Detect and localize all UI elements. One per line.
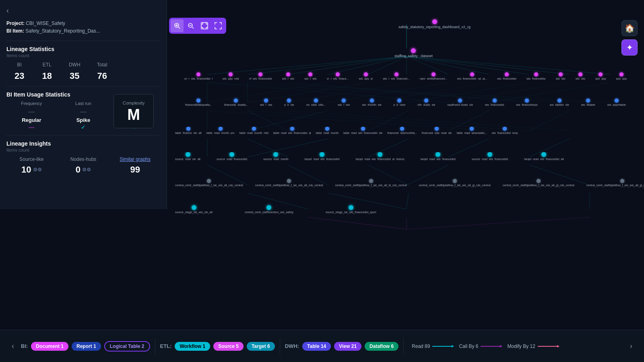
- top-node[interactable]: safety_statutory_reporting_dashboard_v2_…: [398, 19, 471, 29]
- zoom-in-button[interactable]: [171, 19, 184, 32]
- complexity-value: M: [127, 107, 140, 122]
- row3-node-12[interactable]: wis_financebtw: [526, 72, 545, 80]
- row4-node-11[interactable]: wis_financedist: [485, 99, 504, 106]
- row8-node-1[interactable]: source_stage_sle_wis_sle_alt: [175, 205, 213, 214]
- row6-node-3[interactable]: source_read_month: [263, 152, 288, 160]
- row5-node-3[interactable]: table_read_month_mtd: [239, 127, 268, 134]
- row3-node-15[interactable]: gce_ppy: [595, 72, 606, 80]
- badge-table14[interactable]: Table 14: [302, 342, 331, 351]
- second-node[interactable]: staffing_safety : dataset: [394, 48, 433, 58]
- row6-node-6[interactable]: target_read_wis_financedist: [421, 152, 456, 160]
- stat-total: 76: [89, 71, 116, 81]
- row4-node-3[interactable]: wis_r_wis: [260, 99, 272, 106]
- badge-logical-table[interactable]: Logical Table 2: [104, 341, 150, 352]
- row5-node-4[interactable]: table_read_wis_financedist_gl: [273, 127, 311, 134]
- row6-node-5[interactable]: target_read_wis_financedist_al_history: [356, 152, 405, 160]
- similar-graphs-link[interactable]: Similar graphs: [110, 156, 160, 162]
- nav-right-button[interactable]: ›: [626, 341, 636, 351]
- zoom-out-button[interactable]: [184, 19, 197, 32]
- row5-node-1[interactable]: table_finance_sle_alt: [175, 127, 202, 134]
- row4-node-10[interactable]: rygdfnancl duals_sle: [447, 99, 473, 106]
- home-button[interactable]: 🏠: [621, 20, 638, 36]
- svg-rect-7: [201, 23, 208, 29]
- row5-node-2[interactable]: table_read_month_prv: [206, 127, 235, 134]
- row5-node-9[interactable]: table_read_yearstable...: [457, 127, 487, 134]
- row3-node-9[interactable]: ngnr_wintlyfinanced...: [420, 72, 447, 80]
- row7-node-6[interactable]: central_centr_staffdplatflow_f_sle_wis_a…: [586, 179, 644, 187]
- row8-node-3[interactable]: source_stage_sle_wis_financedist_sport: [326, 205, 376, 214]
- back-button[interactable]: ‹: [6, 6, 160, 15]
- svg-line-17: [207, 56, 407, 74]
- badge-dataflow6[interactable]: Dataflow 6: [365, 342, 398, 351]
- row5-node-8[interactable]: financedi_rptp_read_sle: [422, 127, 452, 134]
- row4-node-5[interactable]: vis_slaw_utils...: [306, 99, 326, 106]
- row8-node-2[interactable]: central_centr_staffsxecllion_wis_safety: [245, 205, 293, 214]
- badge-document1[interactable]: Document 1: [31, 342, 68, 351]
- insights-similar-graphs[interactable]: Similar graphs 99: [110, 156, 160, 175]
- row6-node-4[interactable]: target_read_wis_financedist: [305, 152, 340, 160]
- row3-node-10[interactable]: wis_financedist_rgl_gl...: [457, 72, 487, 80]
- row5-node-5[interactable]: table_read_month: [316, 127, 339, 134]
- row7-node-3[interactable]: central_centr_staffdplatflow_f_sle_wis_a…: [335, 179, 407, 187]
- row7-node-5[interactable]: central_centr_staffdplatflow_f_sle_wis_a…: [503, 179, 574, 187]
- row4-node-15[interactable]: wis_ppymtable: [607, 99, 626, 106]
- row3-node-7[interactable]: wis_ppy_yt: [359, 72, 373, 80]
- nav-left-button[interactable]: ‹: [8, 341, 18, 351]
- row7-node-2[interactable]: central_centr_staffdplatflow_f_sle_wis_a…: [255, 179, 323, 187]
- row5-node-10[interactable]: wis_financedist_long: [492, 127, 518, 134]
- lineage-stats-title: Lineage Statistics: [6, 46, 160, 52]
- row4-node-7[interactable]: wis_fmonth_sle: [362, 99, 381, 106]
- row6-node-7[interactable]: source_read_wis_financedist: [472, 152, 508, 160]
- row6-node-8[interactable]: target_read_wis_financedist_alt: [524, 152, 564, 160]
- row3-node-14[interactable]: wis_wis: [576, 72, 585, 80]
- badge-workflow1[interactable]: Workflow 1: [175, 342, 210, 351]
- row3-node-3[interactable]: vf_wis_financedist: [249, 72, 272, 80]
- row3-node-13[interactable]: wis_wis: [556, 72, 566, 80]
- row3-node-8[interactable]: wis_r_wis_financed...: [383, 72, 410, 80]
- second-node-label: staffing_safety : dataset: [394, 54, 433, 58]
- row4-node-12[interactable]: wis_financelinput: [516, 99, 537, 106]
- row3-node-16[interactable]: gce_ppy: [616, 72, 627, 80]
- back-icon: ‹: [6, 6, 9, 15]
- badge-target6[interactable]: Target 6: [247, 342, 275, 351]
- row3-node-1[interactable]: vn_r_wis_financedist_bl: [184, 72, 213, 80]
- project-value: CBI_WISE_Safety: [26, 21, 65, 26]
- sparkle-button[interactable]: ✦: [621, 39, 638, 56]
- badge-source5[interactable]: Source 5: [213, 342, 244, 351]
- row4-node-14[interactable]: wis_fbtable: [581, 99, 595, 106]
- left-panel: ‹ Project: CBI_WISE_Safety BI Item: Safe…: [0, 0, 167, 209]
- row7-node-4[interactable]: central_centr_staffdplatflow_f_sle_wis_a…: [419, 179, 491, 187]
- row4-node-2[interactable]: financedy_duality...: [224, 99, 248, 106]
- row3-node-2[interactable]: wis_ppy_mtd: [223, 72, 239, 80]
- row3-node-11[interactable]: wis_financebtw: [497, 72, 516, 80]
- svg-line-1: [178, 27, 180, 29]
- row4-node-4[interactable]: p_b_sle: [284, 99, 294, 106]
- row3-node-4[interactable]: wis_r_wis: [282, 72, 294, 80]
- row4-node-1[interactable]: financedlstabguality...: [185, 99, 212, 106]
- row5-node-6[interactable]: table_read_wis_financedist_sle: [343, 127, 382, 134]
- row6-node-1[interactable]: source_read_sle_alt: [175, 152, 200, 160]
- insights-nodes-hubs: Nodes-hubs 0 ⚙⚙: [58, 156, 109, 175]
- stats-values: 23 18 35 76: [6, 71, 115, 81]
- stat-dwh: 35: [62, 71, 88, 81]
- row6-node-2[interactable]: source_read_financedist: [217, 152, 247, 160]
- project-info: Project: CBI_WISE_Safety BI Item: Safety…: [6, 20, 160, 35]
- stat-etl: 18: [34, 71, 60, 81]
- row4-node-13[interactable]: wis_tablebr_sle: [550, 99, 569, 106]
- row7-node-1[interactable]: central_centr_staffdplatflow_f_sle_wis_a…: [175, 179, 243, 187]
- row4-node-6[interactable]: wis_r_wis: [338, 99, 350, 106]
- svg-line-25: [407, 56, 529, 74]
- fullscreen-button[interactable]: [212, 19, 225, 32]
- row3-node-6[interactable]: vr_r_wis_finace...: [327, 72, 349, 80]
- row4-node-9[interactable]: vfin_duals_sle: [417, 99, 435, 106]
- badge-report1[interactable]: Report 1: [72, 342, 101, 351]
- row4-node-8[interactable]: p_b_view: [394, 99, 406, 106]
- row5-node-7[interactable]: financedi_rptymonthly...: [387, 127, 417, 134]
- row3-node-5[interactable]: wis_r_wis: [304, 72, 316, 80]
- badge-view21[interactable]: View 21: [334, 342, 361, 351]
- stat-bi: 23: [6, 71, 33, 81]
- fit-view-button[interactable]: [198, 19, 211, 32]
- legend-modifyby-arrow: [538, 346, 558, 347]
- svg-line-23: [407, 56, 449, 74]
- row7-nodes: central_centr_staffdplatflow_f_sle_wis_a…: [175, 179, 636, 187]
